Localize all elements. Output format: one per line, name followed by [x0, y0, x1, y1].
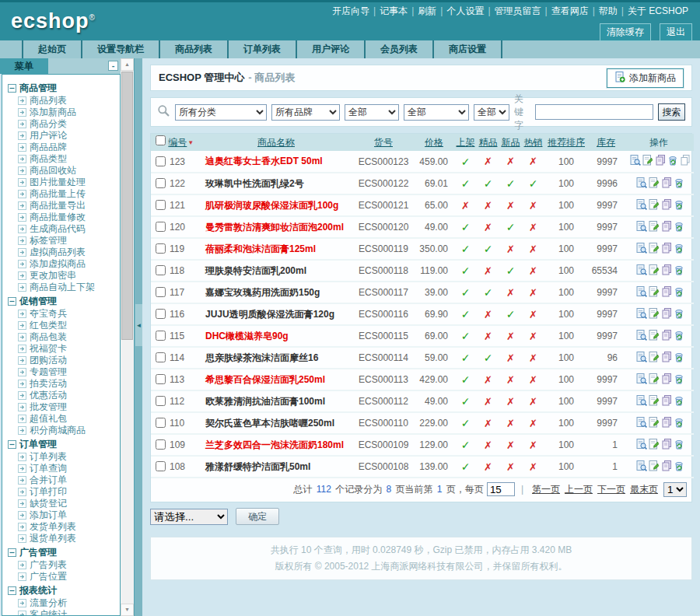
menu-item[interactable]: 订单打印 [8, 486, 118, 498]
row-checkbox[interactable] [156, 156, 166, 166]
product-name-link[interactable]: 蓓丽柔和泡沫洁面膏125ml [205, 243, 316, 254]
cross-icon[interactable]: ✗ [506, 331, 515, 342]
batch-action-select[interactable]: 请选择... [150, 509, 228, 525]
menu-item[interactable]: 团购活动 [8, 355, 118, 366]
menu-tab[interactable]: 菜单 [0, 58, 48, 74]
edit-icon[interactable] [649, 199, 660, 212]
product-name-link[interactable]: 迪奥红毒女士香水EDT 50ml [205, 156, 323, 166]
row-checkbox[interactable] [156, 178, 166, 188]
view-icon[interactable] [636, 417, 647, 430]
menu-section-5[interactable]: 报表统计 [8, 584, 118, 597]
view-icon[interactable] [636, 177, 647, 191]
check-icon[interactable]: ✓ [461, 177, 471, 190]
check-icon[interactable]: ✓ [484, 352, 493, 364]
menu-item[interactable]: 虚拟商品列表 [8, 247, 118, 258]
edit-icon[interactable] [649, 373, 660, 387]
menu-section-1[interactable]: 商品管理 [8, 82, 118, 94]
check-icon[interactable]: ✓ [461, 417, 471, 429]
menu-item[interactable]: 发货单列表 [8, 521, 118, 533]
menu-section-4[interactable]: 广告管理 [8, 546, 118, 558]
check-icon[interactable]: ✓ [461, 330, 471, 342]
menu-item[interactable]: 商品批量导出 [8, 200, 118, 212]
product-name-link[interactable]: 思亲肤绿茶泡沫洁面摩丝16 [205, 352, 318, 363]
sort-link[interactable]: 热销 [524, 137, 543, 148]
menu-item[interactable]: 更改加密串 [8, 270, 118, 282]
edit-icon[interactable] [649, 264, 660, 278]
check-icon[interactable]: ✓ [506, 308, 516, 320]
copy-icon[interactable] [661, 308, 672, 321]
cross-icon[interactable]: ✗ [506, 396, 515, 408]
sort-link[interactable]: 推荐排序 [548, 137, 585, 148]
check-icon[interactable]: ✓ [484, 286, 493, 299]
cross-icon[interactable]: ✗ [484, 374, 492, 386]
copy-icon[interactable] [661, 417, 672, 430]
duplicate-icon[interactable] [680, 155, 691, 168]
menu-section-3[interactable]: 订单管理 [8, 438, 118, 450]
recycle-icon[interactable] [674, 308, 684, 321]
cross-icon[interactable]: ✗ [484, 200, 492, 212]
row-checkbox[interactable] [156, 309, 166, 319]
view-icon[interactable] [636, 395, 647, 408]
menu-item[interactable]: 退货单列表 [8, 533, 118, 544]
check-icon[interactable]: ✓ [461, 264, 471, 277]
menu-item[interactable]: 商品类型 [8, 153, 118, 165]
cross-icon[interactable]: ✗ [484, 439, 492, 451]
check-icon[interactable]: ✓ [461, 352, 471, 364]
row-checkbox[interactable] [156, 331, 166, 341]
menu-section-2[interactable]: 促销管理 [8, 295, 118, 307]
cross-icon[interactable]: ✗ [529, 309, 537, 320]
cross-icon[interactable]: ✗ [506, 418, 515, 429]
status-filter[interactable]: 全部 [404, 104, 469, 121]
copy-icon[interactable] [661, 352, 672, 365]
cross-icon[interactable]: ✗ [506, 243, 515, 255]
page-link-4[interactable]: 最末页 [630, 484, 658, 495]
menu-item[interactable]: 批发管理 [8, 401, 118, 413]
cross-icon[interactable]: ✗ [506, 374, 515, 386]
select-all-checkbox[interactable] [156, 135, 166, 145]
row-checkbox[interactable] [156, 461, 166, 471]
recycle-icon[interactable] [674, 199, 684, 212]
edit-icon[interactable] [649, 308, 660, 321]
view-icon[interactable] [636, 308, 647, 321]
recycle-icon[interactable] [674, 460, 684, 474]
copy-icon[interactable] [661, 330, 672, 343]
cross-icon[interactable]: ✗ [506, 439, 515, 451]
tab-7[interactable]: 商店设置 [434, 40, 502, 58]
minimize-icon[interactable]: - [108, 61, 118, 71]
sort-link[interactable]: 库存 [597, 137, 615, 148]
product-name-link[interactable]: 雅漾舒缓特护洁面乳50ml [205, 461, 310, 472]
menu-item[interactable]: 广告位置 [8, 571, 118, 583]
recycle-icon[interactable] [667, 155, 678, 168]
menu-item[interactable]: 商品批量修改 [8, 212, 118, 223]
product-name-link[interactable]: JUJU透明质酸保湿洗面膏120g [205, 309, 334, 320]
cross-icon[interactable]: ✗ [529, 374, 537, 386]
tab-6[interactable]: 会员列表 [366, 40, 434, 58]
copy-icon[interactable] [661, 439, 672, 452]
brand-filter[interactable]: 所有品牌 [271, 104, 340, 121]
cross-icon[interactable]: ✗ [529, 222, 537, 233]
per-page-input[interactable] [487, 482, 515, 496]
menu-item[interactable]: 商品分类 [8, 118, 118, 130]
category-filter[interactable]: 所有分类 [175, 104, 267, 121]
page-link-3[interactable]: 下一页 [597, 484, 625, 495]
cross-icon[interactable]: ✗ [461, 200, 470, 212]
tab-1[interactable]: 起始页 [23, 40, 82, 58]
check-icon[interactable]: ✓ [461, 156, 471, 168]
view-icon[interactable] [636, 352, 647, 365]
edit-icon[interactable] [649, 460, 660, 474]
recycle-icon[interactable] [674, 264, 684, 278]
copy-icon[interactable] [661, 264, 672, 278]
check-icon[interactable]: ✓ [529, 177, 538, 190]
cross-icon[interactable]: ✗ [484, 156, 492, 167]
cross-icon[interactable]: ✗ [506, 461, 515, 473]
recycle-icon[interactable] [674, 243, 684, 256]
menu-item[interactable]: 生成商品代码 [8, 223, 118, 235]
check-icon[interactable]: ✓ [461, 221, 471, 233]
edit-icon[interactable] [649, 221, 660, 234]
menu-item[interactable]: 优惠活动 [8, 390, 118, 401]
cross-icon[interactable]: ✗ [529, 200, 537, 212]
stock-filter[interactable]: 全部 [474, 104, 509, 121]
recycle-icon[interactable] [674, 352, 684, 365]
copy-icon[interactable] [655, 155, 666, 168]
sort-link[interactable]: 精品 [479, 137, 498, 148]
